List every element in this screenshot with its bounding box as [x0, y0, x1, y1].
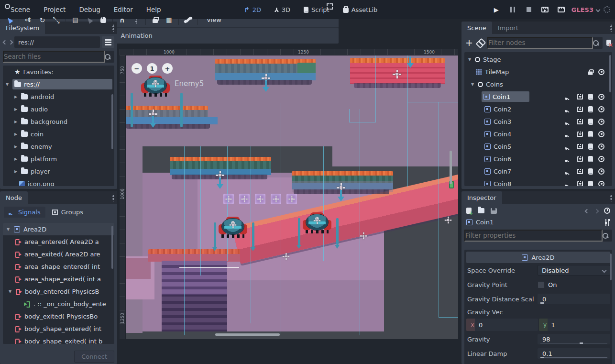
- gravity-field[interactable]: 98: [538, 334, 610, 344]
- history-forward-icon[interactable]: [594, 209, 598, 213]
- visibility-eye-icon[interactable]: [598, 181, 604, 187]
- new-resource-button[interactable]: [466, 208, 472, 214]
- visibility-eye-icon[interactable]: [598, 131, 604, 137]
- lock-icon[interactable]: [588, 71, 593, 75]
- dock-options-icon[interactable]: [112, 24, 114, 32]
- gravity-distance-field[interactable]: 0: [538, 294, 610, 304]
- coin-sprite[interactable]: [239, 194, 250, 204]
- node-row-stage[interactable]: ▼ Stage: [464, 53, 612, 66]
- renderer-dropdown[interactable]: GLES3: [571, 6, 600, 13]
- groups-tab[interactable]: Groups: [47, 207, 88, 218]
- visibility-eye-icon[interactable]: [598, 106, 604, 112]
- coin-sprite[interactable]: [286, 194, 297, 204]
- gravity-point-checkbox[interactable]: [538, 281, 545, 288]
- 2d-viewport[interactable]: 1000 1250 1500 750 1000 1250: [120, 49, 458, 339]
- coin-sprite[interactable]: [223, 194, 234, 204]
- signal-row[interactable]: area_shape_entered( int: [3, 260, 114, 273]
- signal-row[interactable]: area_exited( Area2D are: [3, 248, 114, 260]
- groups-icon[interactable]: [577, 144, 583, 149]
- expand-arrow-icon[interactable]: ▶: [13, 107, 18, 111]
- connect-button[interactable]: Connect: [74, 351, 114, 363]
- inspector-tools-icon[interactable]: [604, 219, 610, 226]
- history-forward-icon[interactable]: [9, 40, 12, 44]
- tree-row-coin[interactable]: ▶coin: [3, 128, 114, 140]
- history-back-icon[interactable]: [585, 209, 589, 213]
- save-resource-button[interactable]: [491, 208, 497, 214]
- tree-row-android[interactable]: ▶android: [3, 90, 114, 103]
- coin-sprite[interactable]: [271, 194, 281, 204]
- visibility-eye-icon[interactable]: [598, 143, 604, 150]
- expand-arrow-icon[interactable]: ▶: [13, 169, 18, 174]
- tree-row-enemy[interactable]: ▶enemy: [3, 140, 114, 153]
- script-icon[interactable]: [588, 181, 593, 187]
- signals-tab[interactable]: Signals: [4, 207, 45, 218]
- scrollbar[interactable]: [610, 254, 612, 280]
- visibility-eye-icon[interactable]: [598, 94, 604, 100]
- script-icon[interactable]: [588, 119, 593, 125]
- groups-icon[interactable]: [577, 132, 583, 137]
- dock-options-icon[interactable]: [610, 24, 612, 32]
- zoom-out-button[interactable]: −: [132, 63, 142, 74]
- node-row-coin6[interactable]: Coin6: [464, 153, 612, 165]
- node-row-coin2[interactable]: Coin2: [464, 103, 612, 115]
- expand-arrow-icon[interactable]: ▶: [13, 120, 18, 124]
- node-row-coins[interactable]: ▼ Coins: [464, 78, 612, 90]
- groups-icon[interactable]: [577, 169, 583, 174]
- tab-filesystem[interactable]: FileSystem: [0, 22, 45, 34]
- node-row-coin1[interactable]: Coin1: [464, 90, 612, 103]
- collapse-arrow-icon[interactable]: ▼: [6, 227, 11, 232]
- collapse-arrow-icon[interactable]: ▼: [470, 82, 475, 87]
- enemy-sprite[interactable]: [219, 217, 247, 238]
- menu-help[interactable]: Help: [141, 3, 167, 16]
- viewport-vscroll[interactable]: [450, 151, 452, 184]
- groups-icon[interactable]: [577, 94, 583, 99]
- tree-row-res[interactable]: ▼ res://: [3, 78, 114, 90]
- split-mode-button[interactable]: [102, 36, 114, 48]
- tab-scene[interactable]: Scene: [461, 22, 492, 34]
- scrollbar[interactable]: [609, 55, 611, 92]
- signals-icon[interactable]: [565, 119, 571, 125]
- dock-options-icon[interactable]: [112, 194, 114, 201]
- stop-button[interactable]: [523, 4, 535, 15]
- enemy5-sprite[interactable]: [141, 76, 170, 97]
- section-area2d[interactable]: Area2D: [466, 252, 610, 263]
- pause-button[interactable]: [506, 4, 519, 15]
- tab-inspector[interactable]: Inspector: [461, 191, 502, 204]
- signals-icon[interactable]: [565, 181, 571, 187]
- node-row-coin3[interactable]: Coin3: [464, 115, 612, 128]
- tree-row-icon-png[interactable]: icon.png: [3, 177, 114, 186]
- signals-icon[interactable]: [565, 94, 571, 100]
- signal-row[interactable]: body_shape_exited( int b: [3, 335, 114, 344]
- signals-icon[interactable]: [565, 106, 571, 112]
- signals-icon[interactable]: [565, 168, 571, 175]
- signal-row[interactable]: area_shape_exited( int a: [3, 273, 114, 285]
- tree-row-background[interactable]: ▶background: [3, 115, 114, 128]
- script-icon[interactable]: [588, 106, 593, 112]
- expand-arrow-icon[interactable]: ▶: [13, 144, 18, 149]
- tab-animation[interactable]: Animation: [115, 29, 158, 42]
- position-gizmo[interactable]: [360, 232, 367, 239]
- gravity-vec-x-field[interactable]: x 0: [466, 319, 538, 331]
- signals-icon[interactable]: [565, 131, 571, 137]
- script-icon[interactable]: [588, 94, 593, 100]
- groups-icon[interactable]: [577, 107, 583, 112]
- slope-ledge-left[interactable]: [126, 258, 151, 279]
- tree-row-audio[interactable]: ▶audio: [3, 103, 114, 115]
- space-override-dropdown[interactable]: Disabled: [538, 265, 610, 276]
- coin-sprite[interactable]: [255, 194, 265, 204]
- signals-icon[interactable]: [565, 143, 571, 150]
- current-path[interactable]: res://: [14, 36, 100, 48]
- signal-root-row[interactable]: ▼ Area2D: [3, 223, 114, 235]
- signals-icon[interactable]: [565, 156, 571, 162]
- workspace-2d[interactable]: ↱2D: [239, 3, 266, 16]
- distraction-free-icon[interactable]: [327, 3, 333, 10]
- position-gizmo[interactable]: [445, 217, 451, 223]
- signal-row[interactable]: area_entered( Area2D a: [3, 235, 114, 248]
- instance-scene-button[interactable]: [477, 40, 483, 46]
- enemy-sprite[interactable]: [303, 212, 331, 233]
- scrollbar[interactable]: [111, 226, 113, 269]
- zoom-in-button[interactable]: +: [162, 63, 173, 74]
- script-icon[interactable]: [588, 143, 593, 150]
- groups-icon[interactable]: [577, 156, 583, 162]
- tree-row-player[interactable]: ▶player: [3, 165, 114, 177]
